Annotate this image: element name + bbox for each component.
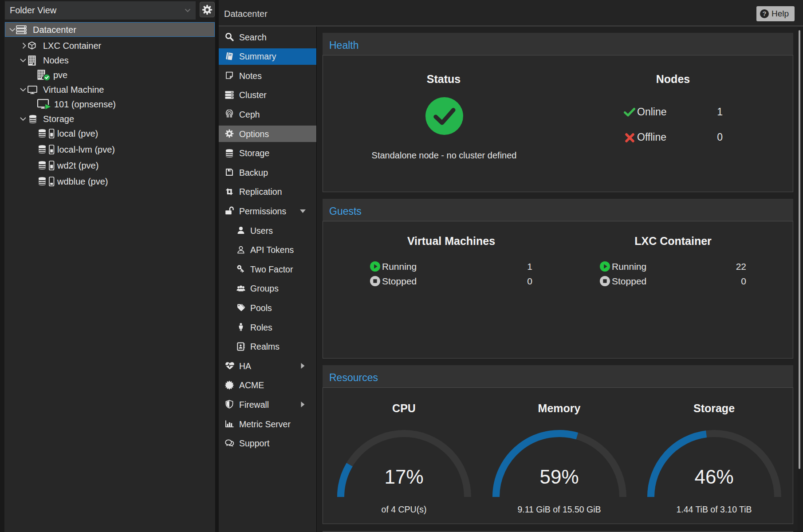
svg-text:?: ? (762, 10, 766, 17)
